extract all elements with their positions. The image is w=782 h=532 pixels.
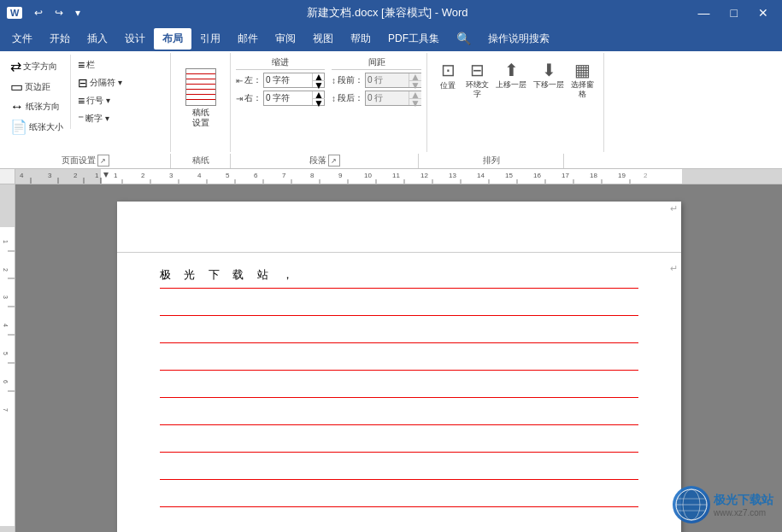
ruler-svg: 4 3 2 1 1 2 3 4 5 6 7 bbox=[15, 169, 782, 184]
menu-pdf[interactable]: PDF工具集 bbox=[379, 28, 448, 50]
redo-button[interactable]: ↪ bbox=[51, 5, 67, 20]
spacing-after-input[interactable] bbox=[366, 91, 409, 105]
selection-pane-icon: ▦ bbox=[574, 60, 591, 80]
indent-right-input[interactable] bbox=[264, 91, 312, 105]
pre-page-space bbox=[24, 193, 773, 202]
svg-text:5: 5 bbox=[3, 352, 9, 355]
indent-left-down[interactable]: ▼ bbox=[313, 81, 325, 89]
ruler-corner[interactable] bbox=[0, 169, 15, 184]
watermark-site-name: 极光下载站 bbox=[714, 493, 773, 508]
spacing-before-input[interactable] bbox=[366, 73, 409, 87]
selection-pane-button[interactable]: ▦ 选择窗格 bbox=[568, 58, 597, 101]
indent-right-label: 右： bbox=[244, 92, 262, 104]
spacing-before-icon: ↕ bbox=[332, 76, 336, 85]
search-icon[interactable]: 🔍 bbox=[448, 28, 479, 49]
svg-text:1: 1 bbox=[114, 172, 118, 179]
content-area[interactable]: ↵ 极 光 下 载 站 ， bbox=[117, 253, 681, 532]
title-bar: W ↩ ↪ ▾ 新建文档.docx [兼容模式] - Word — □ ✕ bbox=[0, 0, 782, 26]
menu-mailings[interactable]: 邮件 bbox=[229, 28, 267, 50]
close-button[interactable]: ✕ bbox=[751, 4, 775, 21]
svg-text:15: 15 bbox=[505, 172, 513, 179]
indent-left-icon: ⇤ bbox=[236, 76, 243, 85]
svg-text:7: 7 bbox=[282, 172, 286, 179]
spacing-before-down[interactable]: ▼ bbox=[409, 81, 421, 89]
position-button[interactable]: ⊡ 位置 bbox=[434, 58, 462, 93]
watermark-text: 极光下载站 www.xz7.com bbox=[714, 493, 773, 517]
menu-design[interactable]: 设计 bbox=[116, 28, 154, 50]
indent-left-label: 左： bbox=[244, 74, 262, 86]
svg-text:2: 2 bbox=[141, 172, 145, 179]
menu-view[interactable]: 视图 bbox=[304, 28, 342, 50]
draft-line-8 bbox=[160, 453, 638, 480]
bring-forward-button[interactable]: ⬆ 上移一层 bbox=[493, 58, 529, 91]
undo-button[interactable]: ↩ bbox=[31, 5, 46, 20]
spacing-after-down[interactable]: ▼ bbox=[409, 99, 421, 107]
paper-size-button[interactable]: 📄 纸张大小 bbox=[7, 117, 67, 137]
svg-text:18: 18 bbox=[590, 172, 597, 179]
svg-text:9: 9 bbox=[338, 172, 343, 179]
menu-insert[interactable]: 插入 bbox=[79, 28, 116, 50]
svg-text:5: 5 bbox=[226, 172, 230, 179]
draft-line-6 bbox=[160, 398, 638, 425]
svg-text:16: 16 bbox=[533, 172, 541, 179]
text-direction-label: 文字方向 bbox=[23, 61, 57, 73]
orientation-button[interactable]: ↔ 纸张方向 bbox=[7, 97, 67, 116]
ruler-area: 4 3 2 1 1 2 3 4 5 6 7 bbox=[0, 169, 782, 184]
spacing-before-label: 段前： bbox=[338, 74, 363, 86]
columns-button[interactable]: ≡ 栏 bbox=[74, 56, 134, 73]
watermark-icon bbox=[674, 488, 709, 522]
menu-review[interactable]: 审阅 bbox=[267, 28, 304, 50]
spacing-title: 间距 bbox=[332, 56, 421, 70]
svg-text:6: 6 bbox=[3, 380, 9, 383]
columns-label: 栏 bbox=[86, 59, 95, 71]
svg-text:4: 4 bbox=[197, 172, 202, 179]
indent-right-down[interactable]: ▼ bbox=[313, 99, 325, 107]
text-direction-button[interactable]: ⇄ 文字方向 bbox=[7, 56, 67, 76]
margins-button[interactable]: ▭ 页边距 bbox=[7, 77, 67, 96]
paragraph-expand[interactable]: ↗ bbox=[328, 155, 340, 167]
watermark: 极光下载站 www.xz7.com bbox=[673, 486, 773, 523]
draft-line-1: 极 光 下 载 站 ， bbox=[160, 261, 638, 289]
breaks-button[interactable]: ⊟ 分隔符 ▾ bbox=[74, 74, 134, 91]
horizontal-ruler: 4 3 2 1 1 2 3 4 5 6 7 bbox=[15, 169, 782, 184]
draft-line-9 bbox=[160, 480, 638, 507]
menu-references[interactable]: 引用 bbox=[191, 28, 229, 50]
svg-text:2: 2 bbox=[644, 172, 648, 179]
svg-text:4: 4 bbox=[3, 324, 9, 327]
hyphenation-button[interactable]: ⁻ 断字 ▾ bbox=[74, 110, 134, 127]
svg-text:1: 1 bbox=[95, 172, 99, 179]
window-controls: — □ ✕ bbox=[691, 4, 775, 21]
draft-settings-label: 稿纸设置 bbox=[192, 108, 209, 128]
svg-text:17: 17 bbox=[562, 172, 569, 179]
spacing-after-label: 段后： bbox=[338, 92, 363, 104]
wrap-text-button[interactable]: ⊟ 环绕文字 bbox=[463, 58, 491, 101]
line-numbers-button[interactable]: ≡ 行号 ▾ bbox=[74, 92, 134, 109]
svg-text:14: 14 bbox=[477, 172, 485, 179]
search-help[interactable]: 操作说明搜索 bbox=[479, 28, 558, 50]
draft-line-10 bbox=[160, 507, 638, 532]
watermark-site-url: www.xz7.com bbox=[714, 508, 773, 517]
hyphenation-icon: ⁻ bbox=[78, 112, 84, 126]
svg-text:3: 3 bbox=[3, 295, 9, 299]
svg-rect-53 bbox=[0, 526, 15, 532]
minimize-button[interactable]: — bbox=[691, 4, 717, 21]
menu-file[interactable]: 文件 bbox=[3, 28, 41, 50]
page-setup-expand[interactable]: ↗ bbox=[97, 155, 109, 167]
indent-left-input[interactable] bbox=[264, 73, 312, 87]
menu-home[interactable]: 开始 bbox=[41, 28, 79, 50]
text-direction-icon: ⇄ bbox=[10, 58, 21, 74]
document-scroll-area[interactable]: ↵ ↵ 极 光 下 载 站 ， bbox=[15, 184, 782, 532]
document-text: 极 光 下 载 站 ， bbox=[160, 267, 298, 283]
maximize-button[interactable]: □ bbox=[724, 4, 744, 21]
svg-text:10: 10 bbox=[364, 172, 372, 179]
svg-text:1: 1 bbox=[3, 240, 9, 243]
customize-quick-access[interactable]: ▾ bbox=[72, 5, 84, 20]
columns-icon: ≡ bbox=[78, 58, 85, 72]
send-backward-button[interactable]: ⬇ 下移一层 bbox=[531, 58, 567, 91]
menu-layout[interactable]: 布局 bbox=[154, 28, 191, 50]
menu-help[interactable]: 帮助 bbox=[342, 28, 379, 50]
draft-settings-button[interactable]: 稿纸设置 bbox=[179, 65, 223, 132]
hyphenation-label: 断字 ▾ bbox=[85, 113, 109, 125]
send-backward-label: 下移一层 bbox=[533, 80, 564, 90]
bring-forward-label: 上移一层 bbox=[496, 80, 526, 90]
